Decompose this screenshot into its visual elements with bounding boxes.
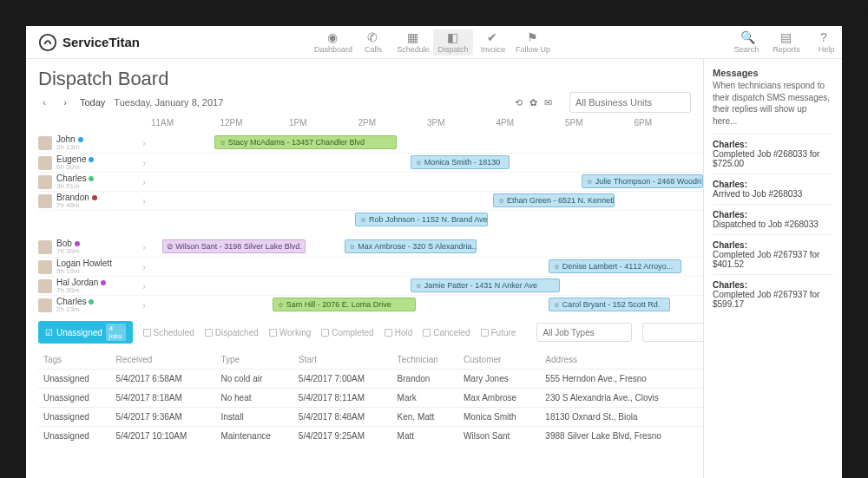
- avatar: [38, 279, 52, 293]
- nav-follow-up[interactable]: ⚑Follow Up: [513, 29, 553, 56]
- column-header[interactable]: Customer: [458, 350, 540, 370]
- filter-unassigned[interactable]: ☑ Unassigned 4 jobs: [38, 321, 133, 344]
- checkbox-icon: [423, 329, 431, 337]
- business-unit-select[interactable]: [569, 92, 691, 113]
- messages-title: Messages: [713, 68, 833, 78]
- search-icon: 🔍: [740, 31, 753, 43]
- message-item[interactable]: Charles:Completed Job #267937 for $599.1…: [713, 274, 833, 314]
- refresh-icon[interactable]: ⟲: [515, 97, 523, 108]
- column-header[interactable]: Type: [216, 350, 293, 370]
- table-row[interactable]: Unassigned5/4/2017 6:58AMNo cold air5/4/…: [38, 370, 703, 389]
- timeline-header: 11AM12PM1PM2PM3PM4PM5PM6PM: [38, 118, 703, 134]
- filter-future[interactable]: Future: [481, 328, 516, 337]
- filter-scheduled[interactable]: Scheduled: [143, 328, 194, 337]
- filter-dispatched[interactable]: Dispatched: [205, 328, 259, 337]
- next-day-button[interactable]: ›: [59, 96, 71, 108]
- checkbox-icon: [321, 329, 329, 337]
- column-header[interactable]: Tags: [38, 350, 111, 370]
- chevron-right-icon: ›: [142, 157, 146, 169]
- job-block[interactable]: ☼ Sam Hill - 2076 E. Loma Drive: [273, 298, 416, 311]
- job-block[interactable]: ☼ Monica Smith - 18130: [411, 155, 510, 169]
- tech-cell[interactable]: Charles3h 51m›: [38, 174, 151, 190]
- tech-cell[interactable]: Bob7h 30m›: [38, 239, 151, 255]
- avatar: [38, 175, 52, 189]
- message-item[interactable]: Charles:Completed Job #268033 for $725.0…: [713, 134, 833, 174]
- phone-icon: ✆: [367, 31, 379, 43]
- table-row[interactable]: Unassigned5/4/2017 9:36AMInstall5/4/2017…: [38, 408, 703, 427]
- message-item[interactable]: Charles:Completed Job #267937 for $401.5…: [713, 234, 833, 274]
- nav-dashboard[interactable]: ◉Dashboard: [313, 29, 353, 56]
- status-dot: [75, 241, 80, 246]
- nav-search[interactable]: 🔍Search: [727, 29, 766, 56]
- nav-dispatch[interactable]: ◧Dispatch: [433, 29, 473, 56]
- tech-cell[interactable]: Hal Jordan7h 30m›: [38, 278, 151, 294]
- tech-cell[interactable]: Eugene6h 30m›: [38, 155, 151, 171]
- timeline-lane[interactable]: ☼ Julie Thompson - 2468 Woodri..: [151, 173, 703, 191]
- jobtype-select[interactable]: [536, 323, 632, 342]
- job-block[interactable]: ⊘ Wilson Sant - 3198 Silver Lake Blvd.: [162, 239, 306, 253]
- timeline-lane[interactable]: ☼ Sam Hill - 2076 E. Loma Drive☼ Carol B…: [151, 296, 703, 314]
- job-block[interactable]: ☼ Julie Thompson - 2468 Woodri..: [582, 174, 703, 188]
- date-label: Tuesday, January 8, 2017: [114, 97, 223, 108]
- tech-cell[interactable]: Brandon7h 49m›: [38, 193, 151, 209]
- column-header[interactable]: Received: [111, 350, 216, 370]
- job-block[interactable]: ☼ Rob Johnson - 1152 N. Brand Ave: [355, 213, 488, 226]
- timeline-lane[interactable]: ☼ Ethan Green - 6521 N. Kenneth...: [151, 192, 703, 210]
- job-block[interactable]: ☼ Max Ambrose - 320 S Alexandria...: [345, 239, 477, 253]
- tech-row: Charles3h 51m›☼ Julie Thompson - 2468 Wo…: [38, 172, 703, 191]
- timeline-lane[interactable]: ☼ Stacy McAdams - 13457 Chandler Blvd: [151, 134, 703, 153]
- filter-canceled[interactable]: Canceled: [423, 328, 470, 337]
- flag-icon: ⚑: [527, 31, 539, 43]
- today-label[interactable]: Today: [80, 97, 105, 108]
- prev-day-button[interactable]: ‹: [38, 96, 50, 108]
- column-header[interactable]: Technician: [392, 350, 458, 370]
- tech-duration: 5h 19m: [56, 268, 112, 275]
- message-item[interactable]: Charles:Arrived to Job #268033: [713, 174, 833, 204]
- job-block[interactable]: ☼ Carol Bryant - 152 Scott Rd.: [549, 298, 670, 311]
- tech-row: ☼ Rob Johnson - 1152 N. Brand Ave: [38, 210, 703, 229]
- avatar: [38, 260, 52, 274]
- nav-help[interactable]: ?Help: [806, 29, 842, 56]
- checkbox-icon: ☑: [45, 328, 53, 337]
- nav-calls[interactable]: ✆Calls: [353, 29, 393, 56]
- filter-completed[interactable]: Completed: [321, 328, 373, 337]
- tech-cell[interactable]: John2h 13m›: [38, 135, 151, 151]
- timeline-lane[interactable]: ⊘ Wilson Sant - 3198 Silver Lake Blvd.☼ …: [151, 238, 703, 257]
- hour-column: 2PM: [358, 118, 428, 134]
- job-block[interactable]: ☼ Ethan Green - 6521 N. Kenneth...: [493, 193, 615, 207]
- column-header[interactable]: Start: [293, 350, 392, 370]
- job-block[interactable]: ☼ Jamie Patter - 1431 N Anker Ave: [411, 278, 560, 292]
- chevron-right-icon: ›: [142, 299, 146, 311]
- filter-hold[interactable]: Hold: [385, 328, 413, 337]
- nav-reports[interactable]: ▤Reports: [766, 29, 806, 56]
- tech-cell[interactable]: Logan Howlett5h 19m›: [38, 259, 151, 275]
- tech-duration: 3h 51m: [56, 183, 94, 190]
- timeline-lane[interactable]: ☼ Jamie Patter - 1431 N Anker Ave: [151, 277, 703, 295]
- table-row[interactable]: Unassigned5/4/2017 10:10AMMaintenance5/4…: [38, 427, 703, 446]
- timeline-lane[interactable]: ☼ Monica Smith - 18130: [151, 154, 703, 172]
- job-block[interactable]: ☼ Stacy McAdams - 13457 Chandler Blvd: [214, 135, 397, 149]
- timeline-lane[interactable]: ☼ Denise Lambert - 4112 Arroyo...: [151, 258, 703, 276]
- nav-schedule[interactable]: ▦Schedule: [393, 29, 433, 56]
- tech-duration: 7h 49m: [56, 202, 97, 209]
- tech-duration: 6h 30m: [56, 164, 94, 171]
- status-dot: [89, 157, 94, 162]
- tech-name: Hal Jordan: [56, 278, 106, 287]
- hour-column: 5PM: [565, 118, 635, 134]
- filter-working[interactable]: Working: [269, 328, 312, 337]
- chevron-right-icon: ›: [142, 280, 146, 292]
- timeline-lane[interactable]: ☼ Rob Johnson - 1152 N. Brand Ave: [151, 211, 703, 229]
- nav-invoice[interactable]: ✔Invoice: [473, 29, 513, 56]
- gear-icon[interactable]: ✿: [529, 97, 537, 108]
- job-search-input[interactable]: [642, 323, 703, 342]
- message-item[interactable]: Charles:Dispatched to Job #268033: [713, 204, 833, 234]
- mail-icon[interactable]: ✉: [544, 97, 552, 108]
- column-header[interactable]: Address: [540, 350, 703, 370]
- status-dot: [89, 176, 94, 181]
- status-dot: [101, 280, 106, 285]
- logo-icon: [38, 33, 57, 52]
- job-block[interactable]: ☼ Denise Lambert - 4112 Arroyo...: [549, 259, 681, 273]
- tech-cell[interactable]: Charles2h 23m›: [38, 298, 151, 313]
- table-row[interactable]: Unassigned5/4/2017 8:18AMNo heat5/4/2017…: [38, 389, 703, 408]
- tech-row: John2h 13m›☼ Stacy McAdams - 13457 Chand…: [38, 134, 703, 153]
